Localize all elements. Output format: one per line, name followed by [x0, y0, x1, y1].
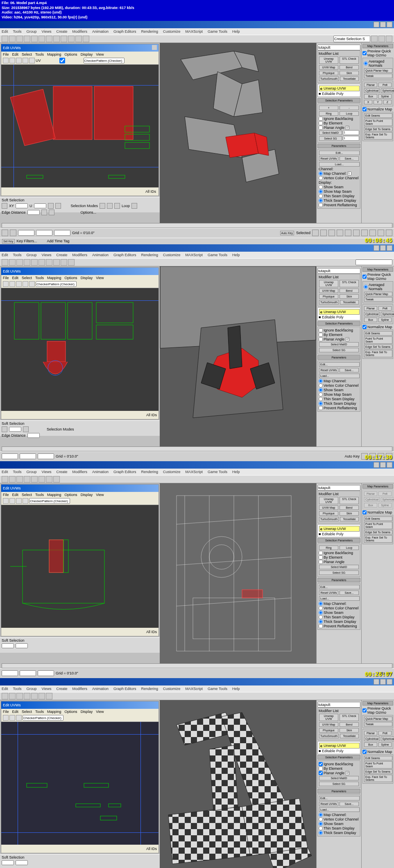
close-icon[interactable]: [387, 22, 392, 27]
main-toolbar[interactable]: [0, 35, 394, 43]
map-parameters-panel[interactable]: Map Parameters Preview Quick Map Gizmo A…: [361, 43, 394, 223]
svg-rect-1: [94, 86, 133, 140]
svg-marker-14: [226, 133, 258, 158]
svg-rect-7: [109, 175, 125, 178]
app-titlebar: [0, 21, 394, 28]
svg-marker-8: [181, 51, 242, 80]
svg-rect-46: [84, 783, 109, 787]
svg-rect-44: [242, 590, 263, 598]
svg-rect-5: [125, 142, 149, 149]
svg-rect-16: [14, 302, 39, 339]
main-menubar[interactable]: EditToolsGroupViewsCreateModifiersAnimat…: [0, 28, 394, 35]
uv-editor-window: Edit UVWs FileEditSelectToolsMappingOpti…: [1, 44, 159, 196]
uv-canvas[interactable]: [1, 505, 159, 628]
svg-rect-47: [76, 804, 100, 807]
object-name-input[interactable]: [317, 45, 360, 50]
uv-canvas[interactable]: [1, 288, 159, 411]
svg-rect-17: [41, 302, 66, 339]
svg-rect-21: [47, 341, 66, 362]
svg-rect-0: [53, 86, 92, 140]
svg-point-39: [201, 537, 242, 577]
maximize-icon[interactable]: [380, 22, 386, 27]
close-icon[interactable]: [152, 45, 157, 50]
uv-menubar[interactable]: FileEditSelectToolsMappingOptionsDisplay…: [1, 52, 159, 57]
svg-rect-49: [100, 816, 117, 820]
app-instance-4: EditToolsGroupViewsCreateModifiersAnimat…: [0, 678, 394, 868]
svg-point-40: [209, 545, 234, 569]
checker-input[interactable]: [84, 58, 125, 63]
media-info-header: File: 06. Model part 4.mp4 Size: 2015389…: [0, 0, 394, 21]
svg-marker-2: [10, 89, 55, 146]
selection-dropdown[interactable]: [333, 36, 370, 42]
3d-viewport[interactable]: [160, 266, 316, 446]
timeline[interactable]: [2, 223, 392, 228]
app-instance-1: EditToolsGroupViewsCreateModifiersAnimat…: [0, 21, 394, 244]
svg-rect-48: [109, 804, 121, 807]
uv-canvas[interactable]: [1, 722, 159, 845]
3d-viewport[interactable]: [160, 43, 316, 223]
svg-marker-26: [228, 326, 242, 369]
svg-rect-18: [68, 302, 92, 339]
uv-bottom-bar[interactable]: All IDs: [1, 187, 159, 196]
svg-rect-45: [27, 783, 47, 787]
soft-selection-panel[interactable]: Soft Selection XY U Selection Modes Loop…: [0, 197, 160, 212]
app-instance-3: EditToolsGroupViewsCreateModifiersAnimat…: [0, 461, 394, 678]
svg-marker-56: [168, 807, 250, 864]
uv-canvas[interactable]: [1, 65, 159, 187]
minimize-icon[interactable]: [374, 22, 379, 27]
svg-rect-20: [96, 325, 133, 339]
svg-rect-19: [96, 302, 133, 323]
svg-rect-6: [27, 175, 43, 178]
status-bar[interactable]: Grid = 0'10.0" Auto Key Selected: [0, 228, 394, 238]
svg-marker-57: [242, 798, 308, 856]
command-panel[interactable]: Modifier List Unwrap UVWSTL Check UVW Ma…: [316, 43, 361, 223]
app-instance-2: EditToolsGroupViewsCreateModifiersAnimat…: [0, 244, 394, 461]
3d-viewport[interactable]: [160, 483, 316, 663]
timestamp: 00:08:45: [365, 237, 392, 243]
svg-rect-31: [63, 540, 68, 573]
3d-viewport[interactable]: [160, 700, 316, 868]
svg-rect-30: [49, 540, 63, 573]
uv-toolbar[interactable]: UV: [1, 57, 159, 65]
svg-marker-58: [209, 745, 238, 811]
